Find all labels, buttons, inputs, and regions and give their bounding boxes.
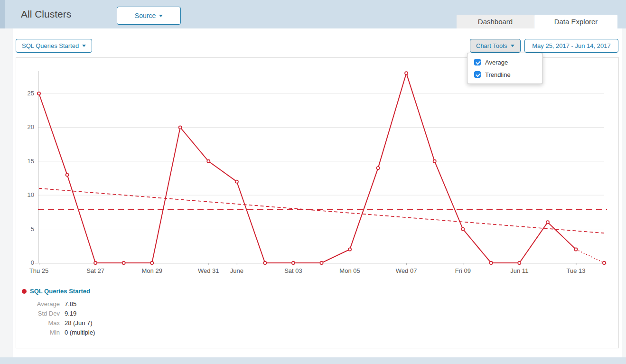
legend-series-label: SQL Queries Started xyxy=(30,288,90,295)
caret-down-icon xyxy=(511,45,514,47)
header-left-strip xyxy=(0,0,5,28)
svg-text:Wed 31: Wed 31 xyxy=(198,267,219,274)
svg-text:25: 25 xyxy=(28,90,34,97)
series-stats: Average 7.85 Std Dev 9.19 Max 28 (Jun 7)… xyxy=(16,299,95,337)
trendline-checkbox[interactable] xyxy=(474,71,481,78)
caret-down-icon xyxy=(82,45,86,47)
stat-label: Max xyxy=(16,319,60,327)
chart-panel: 0510152025Thu 25Sat 27Mon 29Wed 31JuneSa… xyxy=(16,57,619,348)
svg-text:Wed 07: Wed 07 xyxy=(396,267,417,274)
average-checkbox[interactable] xyxy=(474,59,481,65)
stat-label: Std Dev xyxy=(16,310,60,317)
date-range-button[interactable]: May 25, 2017 - Jun 14, 2017 xyxy=(524,39,618,53)
svg-text:15: 15 xyxy=(28,158,34,165)
svg-text:20: 20 xyxy=(28,123,34,131)
series-color-dot-icon xyxy=(22,289,27,294)
menu-item-label: Trendline xyxy=(485,71,511,78)
stat-label: Min xyxy=(16,329,60,336)
stat-row-average: Average 7.85 xyxy=(16,299,95,308)
stat-value: 9.19 xyxy=(65,310,76,317)
footer-band xyxy=(0,357,626,364)
svg-text:Tue 13: Tue 13 xyxy=(566,267,585,274)
stat-value: 7.85 xyxy=(65,300,76,308)
metric-select-button[interactable]: SQL Queries Started xyxy=(16,39,92,53)
menu-item-trendline[interactable]: Trendline xyxy=(467,68,542,81)
svg-text:5: 5 xyxy=(31,225,34,233)
svg-text:Jun 11: Jun 11 xyxy=(510,267,528,274)
svg-text:Mon 05: Mon 05 xyxy=(339,267,360,274)
stat-row-stddev: Std Dev 9.19 xyxy=(16,308,95,318)
svg-text:Thu 25: Thu 25 xyxy=(29,267,48,274)
source-button[interactable]: Source xyxy=(117,7,181,25)
stat-row-max: Max 28 (Jun 7) xyxy=(16,318,95,327)
svg-text:Sat 03: Sat 03 xyxy=(284,267,302,274)
svg-text:Fri 09: Fri 09 xyxy=(455,267,471,274)
svg-text:Mon 29: Mon 29 xyxy=(142,267,162,274)
stat-value: 28 (Jun 7) xyxy=(65,319,93,327)
menu-item-label: Average xyxy=(485,59,508,66)
chart-tools-label: Chart Tools xyxy=(476,42,507,49)
caret-down-icon xyxy=(159,15,163,17)
tab-data-explorer[interactable]: Data Explorer xyxy=(534,15,617,28)
page-title: All Clusters xyxy=(21,0,71,28)
svg-text:June: June xyxy=(230,267,243,274)
tab-dashboard[interactable]: Dashboard xyxy=(457,15,534,28)
chart-canvas[interactable]: 0510152025Thu 25Sat 27Mon 29Wed 31JuneSa… xyxy=(16,58,618,277)
chart-tools-menu: Average Trendline xyxy=(467,53,543,84)
menu-item-average[interactable]: Average xyxy=(467,56,542,68)
source-button-label: Source xyxy=(135,12,156,19)
app-header: All Clusters Source Dashboard Data Explo… xyxy=(0,0,626,28)
stat-label: Average xyxy=(16,300,60,308)
svg-text:Sat 27: Sat 27 xyxy=(86,267,104,274)
chart-legend: SQL Queries Started xyxy=(22,288,90,295)
svg-text:0: 0 xyxy=(31,259,34,266)
metric-select-label: SQL Queries Started xyxy=(22,42,79,49)
svg-text:10: 10 xyxy=(28,191,34,198)
chart-tools-button[interactable]: Chart Tools xyxy=(470,39,521,53)
stat-value: 0 (multiple) xyxy=(65,329,95,336)
stat-row-min: Min 0 (multiple) xyxy=(16,327,95,337)
